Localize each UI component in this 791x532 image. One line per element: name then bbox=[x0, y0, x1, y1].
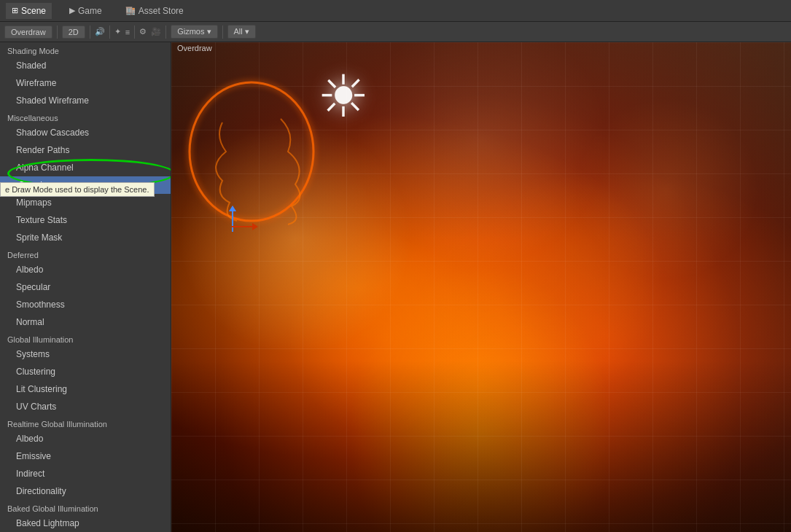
divider-4 bbox=[134, 26, 135, 39]
menu-item-gi-clustering[interactable]: Clustering bbox=[0, 363, 171, 380]
divider-2 bbox=[90, 26, 90, 39]
miscellaneous-header: Miscellaneous bbox=[0, 109, 171, 124]
menu-item-shaded[interactable]: Shaded bbox=[0, 57, 171, 74]
menu-item-gi-systems[interactable]: Systems bbox=[0, 345, 171, 363]
game-icon: ▶ bbox=[69, 6, 75, 15]
menu-item-deferred-albedo[interactable]: Albedo bbox=[0, 261, 171, 278]
menu-item-wireframe[interactable]: Wireframe bbox=[0, 74, 171, 92]
viewport-overdraw-label: Overdraw bbox=[177, 44, 212, 52]
menu-item-baked-lightmap[interactable]: Baked Lightmap bbox=[0, 515, 171, 532]
menu-item-deferred-specular[interactable]: Specular bbox=[0, 278, 171, 296]
camera-icon: 🎥 bbox=[151, 27, 161, 36]
tab-asset-store[interactable]: 🏬 Asset Store bbox=[120, 3, 190, 19]
tab-scene-label: Scene bbox=[21, 6, 46, 16]
audio-icon: 🔊 bbox=[95, 27, 105, 36]
menu-item-alpha-channel[interactable]: Alpha Channel bbox=[0, 159, 171, 176]
settings-icon: ⚙ bbox=[139, 27, 147, 36]
shading-mode-header: Shading Mode bbox=[0, 42, 171, 57]
baked-gi-header: Baked Global Illumination bbox=[0, 500, 171, 515]
svg-point-0 bbox=[190, 82, 313, 221]
menu-item-texture-stats[interactable]: Texture Stats bbox=[0, 211, 171, 229]
shading-mode-dropdown: Shading Mode Shaded Wireframe Shaded Wir… bbox=[0, 42, 171, 532]
transform-gizmo bbox=[219, 210, 248, 246]
menu-item-realtime-albedo[interactable]: Albedo bbox=[0, 430, 171, 447]
x-axis-arrow bbox=[232, 226, 254, 227]
fx-icon: ✦ bbox=[114, 27, 121, 36]
menu-item-realtime-indirect[interactable]: Indirect bbox=[0, 465, 171, 482]
divider-1 bbox=[57, 26, 58, 39]
divider-5 bbox=[165, 26, 166, 39]
tab-game-label: Game bbox=[78, 6, 102, 16]
overdraw-checkmark: ✓ bbox=[6, 179, 16, 192]
top-tabs-bar: ⊞ Scene ▶ Game 🏬 Asset Store bbox=[0, 0, 791, 22]
menu-item-realtime-directionality[interactable]: Directionality bbox=[0, 482, 171, 500]
tab-scene[interactable]: ⊞ Scene bbox=[6, 3, 52, 19]
menu-item-gi-lit-clustering[interactable]: Lit Clustering bbox=[0, 380, 171, 398]
divider-6 bbox=[222, 26, 223, 39]
menu-item-sprite-mask[interactable]: Sprite Mask bbox=[0, 229, 171, 246]
menu-item-gi-uv-charts[interactable]: UV Charts bbox=[0, 398, 171, 415]
menu-item-overdraw[interactable]: ✓ Overdraw bbox=[0, 176, 171, 194]
menu-item-deferred-normal[interactable]: Normal bbox=[0, 313, 171, 331]
tab-asset-store-label: Asset Store bbox=[139, 6, 184, 16]
divider-3 bbox=[109, 26, 110, 39]
main-area: Shading Mode Shaded Wireframe Shaded Wir… bbox=[0, 42, 791, 532]
layers-icon: ≡ bbox=[125, 28, 130, 36]
deferred-header: Deferred bbox=[0, 246, 171, 261]
orange-particle-outline bbox=[186, 79, 332, 246]
scene-toolbar: Overdraw 2D 🔊 ✦ ≡ ⚙ 🎥 Gizmos ▾ All ▾ bbox=[0, 22, 791, 42]
menu-item-deferred-smoothness[interactable]: Smoothness bbox=[0, 296, 171, 313]
all-layers-button[interactable]: All ▾ bbox=[227, 25, 256, 39]
menu-item-render-paths[interactable]: Render Paths bbox=[0, 141, 171, 159]
gizmos-dropdown-arrow: ▾ bbox=[207, 27, 211, 36]
scene-icon: ⊞ bbox=[12, 6, 18, 15]
menu-item-realtime-emissive[interactable]: Emissive bbox=[0, 447, 171, 465]
overdraw-dropdown[interactable]: Overdraw bbox=[4, 26, 52, 39]
y-axis-arrow bbox=[232, 210, 233, 232]
menu-item-mipmaps[interactable]: Mipmaps bbox=[0, 194, 171, 211]
global-illumination-header: Global Illumination bbox=[0, 331, 171, 345]
menu-item-shaded-wireframe[interactable]: Shaded Wireframe bbox=[0, 92, 171, 109]
realtime-gi-header: Realtime Global Illumination bbox=[0, 415, 171, 430]
asset-store-icon: 🏬 bbox=[125, 6, 136, 15]
all-dropdown-arrow: ▾ bbox=[245, 27, 249, 36]
tab-game[interactable]: ▶ Game bbox=[63, 3, 108, 19]
gizmos-button[interactable]: Gizmos ▾ bbox=[171, 25, 217, 39]
scene-viewport[interactable]: ☀ Overdraw bbox=[171, 42, 791, 532]
gizmos-label: Gizmos bbox=[177, 27, 204, 36]
mode-2d-button[interactable]: 2D bbox=[62, 26, 85, 39]
all-label: All bbox=[234, 27, 243, 36]
overdraw-label-text: Overdraw bbox=[18, 180, 56, 190]
menu-item-shadow-cascades[interactable]: Shadow Cascades bbox=[0, 124, 171, 141]
